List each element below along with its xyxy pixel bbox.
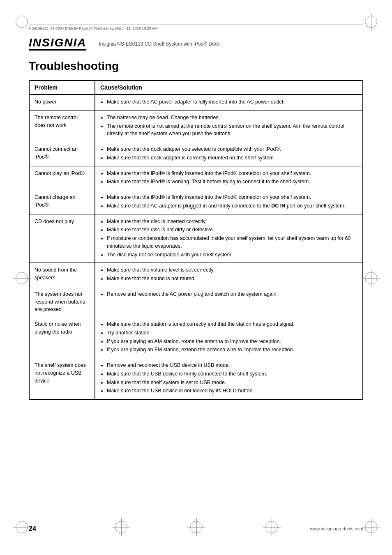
reg-mark-ml <box>16 272 27 283</box>
cause-item: Make sure that the station is tuned corr… <box>107 320 357 328</box>
cause-item: Make sure that the shelf system is set t… <box>107 379 357 387</box>
footer-url: www.insigniaproducts.com <box>310 526 363 531</box>
header-subtitle: Insignia NS-ES6113 CD Shelf System with … <box>99 41 219 47</box>
table-row: The shelf system does not recognize a US… <box>29 358 363 400</box>
cause-item: Make sure that the volume level is set c… <box>107 266 357 274</box>
cause-item: Make sure that the AC power adapter is f… <box>107 98 357 106</box>
table-row: The system does not respond when buttons… <box>29 287 363 317</box>
logo-text: INSIGNIA <box>29 37 86 48</box>
problem-cell: The shelf system does not recognize a US… <box>29 358 95 400</box>
logo-area: INSIGNIA <box>29 37 86 51</box>
cause-cell: Make sure that the iPod® is firmly inser… <box>95 190 363 214</box>
cause-cell: The batteries may be dead. Change the ba… <box>95 110 363 142</box>
cause-item: Remove and reconnect the USB device in U… <box>107 362 357 369</box>
problem-cell: The system does not respond when buttons… <box>29 287 95 317</box>
cause-item: Make sure that the USB device is firmly … <box>107 370 357 378</box>
logo-bar <box>29 49 86 51</box>
problem-cell: CD does not play <box>29 214 95 263</box>
reg-mark-mr <box>365 272 376 283</box>
table-row: No powerMake sure that the AC power adap… <box>29 94 363 110</box>
page-title: Troubleshooting <box>29 60 119 73</box>
problem-cell: Cannot play an iPod® <box>29 166 95 190</box>
cause-cell: Make sure that the disc is inserted corr… <box>95 214 363 263</box>
table-row: Cannot charge an iPod®Make sure that the… <box>29 190 363 214</box>
cause-item: The remote control is not aimed at the r… <box>107 122 357 138</box>
cause-item: Make sure that the USB device is not loc… <box>107 387 357 395</box>
reg-mark-bl <box>16 521 27 532</box>
problem-cell: Cannot connect an iPod® <box>29 142 95 166</box>
problem-cell: No power <box>29 94 95 110</box>
reg-mark-bc1 <box>115 521 127 532</box>
header: INSIGNIA Insignia NS-ES6113 CD Shelf Sys… <box>29 37 363 54</box>
cause-item: Make sure that the disc is not dirty or … <box>107 226 357 234</box>
reg-mark-tl <box>16 16 27 27</box>
cause-item: Make sure that the sound is not muted. <box>107 275 357 283</box>
cause-item: Make sure that the disc is inserted corr… <box>107 218 357 226</box>
reg-mark-tr <box>365 16 376 27</box>
problem-cell: No sound from the speakers <box>29 263 95 287</box>
cause-item: Remove and reconnect the AC power plug a… <box>107 290 357 298</box>
table-row: The remote control does not workThe batt… <box>29 110 363 142</box>
cause-item: Try another station. <box>107 329 357 337</box>
reg-mark-br <box>365 521 376 532</box>
table-row: CD does not playMake sure that the disc … <box>29 214 363 263</box>
cause-item: Make sure that the iPod® is working. Tes… <box>107 178 357 186</box>
cause-cell: Make sure that the volume level is set c… <box>95 263 363 287</box>
troubleshooting-table: Problem Cause/Solution No powerMake sure… <box>29 80 363 400</box>
page-number: 24 <box>29 525 36 532</box>
cause-cell: Remove and reconnect the USB device in U… <box>95 358 363 400</box>
col-header-cause: Cause/Solution <box>95 81 363 94</box>
table-row: Static or noise when playing the radioMa… <box>29 317 363 358</box>
cause-cell: Make sure that the iPod® is firmly inser… <box>95 166 363 190</box>
cause-cell: Make sure that the dock adapter you sele… <box>95 142 363 166</box>
problem-cell: Cannot charge an iPod® <box>29 190 95 214</box>
cause-item: The disc may not be compatible with your… <box>107 251 357 259</box>
table-row: Cannot connect an iPod®Make sure that th… <box>29 142 363 166</box>
page-wrapper: NS-ES6113_09-0084 ENG.fm Page 24 Wednesd… <box>0 0 392 555</box>
table-row: No sound from the speakersMake sure that… <box>29 263 363 287</box>
meta-text: NS-ES6113_09-0084 ENG.fm Page 24 Wednesd… <box>29 26 157 30</box>
cause-item: The batteries may be dead. Change the ba… <box>107 114 357 122</box>
col-header-problem: Problem <box>29 81 95 94</box>
main-content: Problem Cause/Solution No powerMake sure… <box>29 80 363 506</box>
cause-item: If you are playing an AM station, rotate… <box>107 338 357 345</box>
cause-item: If moisture or condensation has accumula… <box>107 235 357 250</box>
problem-cell: Static or noise when playing the radio <box>29 317 95 358</box>
problem-cell: The remote control does not work <box>29 110 95 142</box>
reg-mark-bc2 <box>190 521 202 532</box>
cause-item: Make sure that the iPod® is firmly inser… <box>107 193 357 201</box>
reg-mark-bc3 <box>265 521 277 532</box>
cause-item: Make sure that the iPod® is firmly inser… <box>107 170 357 177</box>
table-row: Cannot play an iPod®Make sure that the i… <box>29 166 363 190</box>
cause-item: If you are playing an FM station, extend… <box>107 346 357 354</box>
cause-cell: Make sure that the AC power adapter is f… <box>95 94 363 110</box>
cause-item: Make sure that the AC adapter is plugged… <box>107 202 357 210</box>
cause-cell: Make sure that the station is tuned corr… <box>95 317 363 358</box>
cause-item: Make sure that the dock adapter you sele… <box>107 145 357 153</box>
page-meta: NS-ES6113_09-0084 ENG.fm Page 24 Wednesd… <box>29 25 363 30</box>
cause-item: Make sure that the dock adapter is corre… <box>107 154 357 162</box>
cause-cell: Remove and reconnect the AC power plug a… <box>95 287 363 317</box>
